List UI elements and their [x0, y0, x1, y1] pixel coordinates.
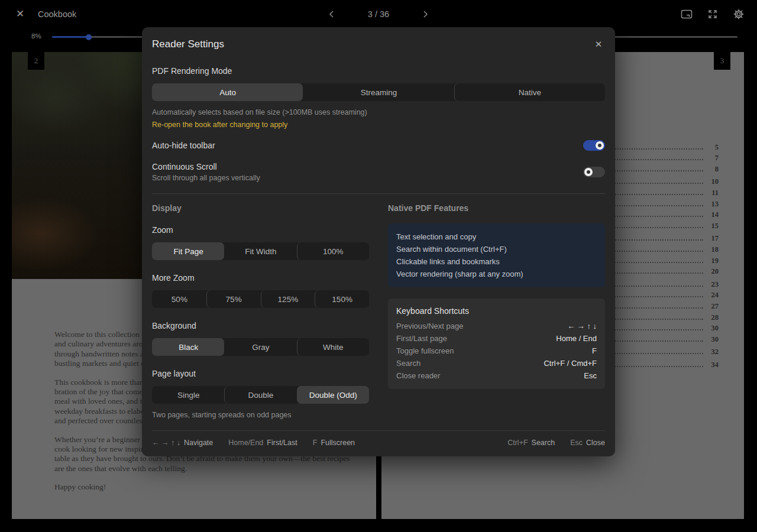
toggle-knob — [584, 168, 593, 176]
footer-hint-label: Navigate — [184, 439, 213, 447]
autohide-toolbar-label: Auto-hide toolbar — [152, 141, 215, 150]
footer-hint: ← → ↑ ↓ Navigate — [152, 439, 213, 447]
toc-page-number: 14 — [708, 210, 719, 219]
footer-hints-right: Ctrl+F Search Esc Close — [507, 439, 605, 447]
dialog-title: Reader Settings — [152, 38, 224, 50]
background-option[interactable]: Gray — [224, 338, 296, 356]
dialog-footer: ← → ↑ ↓ Navigate Home/End First/Last F F… — [152, 431, 605, 456]
reader-settings-dialog: Reader Settings ✕ PDF Rendering Mode Aut… — [142, 27, 615, 456]
shortcut-label: Toggle fullscreen — [396, 345, 454, 357]
toc-page-number: 18 — [708, 245, 719, 254]
page-layout-help: Two pages, starting spreads on odd pages — [152, 411, 369, 419]
toc-page-number: 30 — [708, 335, 719, 344]
toggle-knob — [596, 141, 604, 150]
shortcut-row: Close reader Esc — [396, 369, 597, 382]
pip-icon[interactable] — [680, 8, 693, 21]
pdf-mode-label: PDF Rendering Mode — [152, 66, 605, 76]
shortcut-row: Previous/Next page ← → ↑ ↓ — [396, 320, 597, 332]
shortcut-label: Search — [396, 357, 420, 369]
shortcut-label: Close reader — [396, 369, 440, 382]
gear-icon[interactable] — [732, 8, 745, 21]
toc-page-number: 7 — [708, 154, 719, 163]
dialog-close-icon[interactable]: ✕ — [592, 38, 605, 51]
page-layout-option[interactable]: Double — [224, 386, 296, 404]
zoom-label: Zoom — [152, 225, 369, 235]
pdf-mode-help: Automatically selects based on file size… — [152, 108, 605, 116]
shortcut-row: Toggle fullscreen F — [396, 345, 597, 357]
zoom-segmented-control: Fit Page Fit Width 100% — [152, 242, 369, 260]
progress-slider-knob[interactable] — [86, 34, 92, 40]
shortcut-keys: ← → ↑ ↓ — [567, 320, 597, 332]
progress-slider-fill — [52, 36, 89, 38]
progress-percent-label: 8% — [31, 33, 41, 40]
native-feature-item: Search within document (Ctrl+F) — [396, 243, 597, 255]
footer-hint-keys: F — [313, 439, 318, 447]
page-layout-option[interactable]: Single — [152, 386, 224, 404]
native-column: Native PDF Features Text selection and c… — [388, 203, 605, 419]
shortcut-label: First/Last page — [396, 332, 447, 345]
shortcut-keys: Ctrl+F / Cmd+F — [544, 357, 597, 369]
close-reader-icon[interactable]: ✕ — [14, 8, 26, 20]
page-layout-option[interactable]: Double (Odd) — [297, 386, 369, 404]
shortcut-row: First/Last page Home / End — [396, 332, 597, 345]
continuous-scroll-toggle[interactable] — [583, 167, 605, 177]
autohide-toolbar-toggle[interactable] — [583, 140, 605, 151]
toc-page-number: 34 — [708, 361, 719, 369]
pdf-mode-option[interactable]: Native — [454, 83, 605, 101]
background-option[interactable]: Black — [152, 338, 224, 356]
native-feature-item: Text selection and copy — [396, 231, 597, 243]
zoom-option[interactable]: Fit Width — [224, 242, 296, 260]
continuous-scroll-label: Continuous Scroll — [152, 162, 260, 171]
keyboard-shortcuts-box: Keyboard Shortcuts Previous/Next page ← … — [388, 299, 605, 389]
pdf-mode-option[interactable]: Auto — [152, 83, 303, 101]
toc-page-number: 19 — [708, 257, 719, 265]
autohide-toolbar-row: Auto-hide toolbar — [152, 140, 605, 151]
dialog-header: Reader Settings ✕ — [152, 27, 605, 51]
toc-page-number: 30 — [708, 324, 719, 333]
pdf-mode-segmented-control: Auto Streaming Native — [152, 83, 605, 101]
more-zoom-option[interactable]: 50% — [152, 290, 206, 308]
footer-hint-label: Search — [532, 439, 555, 447]
native-features-box: Text selection and copy Search within do… — [388, 223, 605, 287]
footer-hint-label: Close — [586, 439, 605, 447]
toc-page-number: 24 — [708, 291, 719, 300]
more-zoom-option[interactable]: 75% — [206, 290, 261, 308]
native-features-heading: Native PDF Features — [388, 203, 605, 213]
pdf-mode-option[interactable]: Streaming — [303, 83, 454, 101]
toolbar-actions — [680, 8, 745, 21]
background-label: Background — [152, 321, 369, 330]
more-zoom-option[interactable]: 125% — [261, 290, 315, 308]
reader-app: ✕ Cookbook 3 / 36 — [0, 0, 757, 532]
page-layout-segmented-control: Single Double Double (Odd) — [152, 386, 369, 404]
page-navigation: 3 / 36 — [325, 8, 432, 20]
fullscreen-icon[interactable] — [706, 8, 719, 21]
more-zoom-segmented-control: 50% 75% 125% 150% — [152, 290, 369, 308]
more-zoom-option[interactable]: 150% — [315, 290, 369, 308]
zoom-option[interactable]: Fit Page — [152, 242, 224, 260]
section-divider — [152, 193, 605, 194]
page-number-badge-right: 3 — [714, 51, 730, 70]
prev-page-icon[interactable] — [325, 8, 338, 20]
toc-page-number: 32 — [708, 348, 719, 356]
footer-hint-keys: Ctrl+F — [507, 439, 528, 447]
footer-hint: Ctrl+F Search — [507, 439, 555, 447]
top-toolbar: ✕ Cookbook 3 / 36 — [0, 0, 757, 28]
background-option[interactable]: White — [297, 338, 369, 356]
toc-page-number: 27 — [708, 302, 719, 311]
more-zoom-label: More Zoom — [152, 273, 369, 283]
next-page-icon[interactable] — [419, 8, 432, 20]
toc-page-number: 17 — [708, 234, 719, 243]
footer-hint-keys: Home/End — [228, 439, 263, 447]
footer-hint-keys: Esc — [570, 439, 583, 447]
toc-page-number: 10 — [708, 177, 719, 186]
continuous-scroll-row: Continuous Scroll Scroll through all pag… — [152, 162, 605, 182]
background-segmented-control: Black Gray White — [152, 338, 369, 356]
toc-page-number: 11 — [708, 189, 719, 197]
page-layout-label: Page layout — [152, 369, 369, 378]
toc-page-number: 20 — [708, 267, 719, 276]
toc-page-number: 13 — [708, 200, 719, 209]
toc-page-number: 8 — [708, 165, 719, 174]
zoom-option[interactable]: 100% — [297, 242, 369, 260]
shortcut-keys: Home / End — [556, 332, 597, 345]
toc-page-number: 23 — [708, 280, 719, 289]
